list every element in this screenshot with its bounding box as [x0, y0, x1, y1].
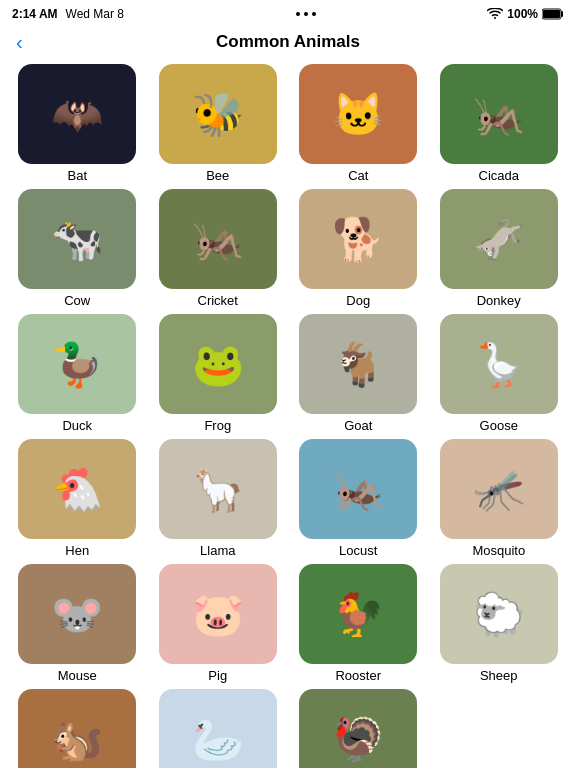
animal-cell-frog[interactable]: 🐸Frog: [151, 314, 286, 433]
animal-cell-bat[interactable]: 🦇Bat: [10, 64, 145, 183]
status-dots: [296, 12, 316, 16]
animal-label-bat: Bat: [67, 168, 87, 183]
animal-cell-rooster[interactable]: 🐓Rooster: [291, 564, 426, 683]
animal-image-dog: 🐕: [299, 189, 417, 289]
animal-cell-bee[interactable]: 🐝Bee: [151, 64, 286, 183]
animal-image-egret: 🦢: [159, 689, 277, 768]
animal-image-pig: 🐷: [159, 564, 277, 664]
animal-cell-cow[interactable]: 🐄Cow: [10, 189, 145, 308]
animal-label-hen: Hen: [65, 543, 89, 558]
animal-image-cat: 🐱: [299, 64, 417, 164]
animal-image-mosquito: 🦟: [440, 439, 558, 539]
animal-label-cicada: Cicada: [479, 168, 519, 183]
date: Wed Mar 8: [66, 7, 124, 21]
animal-image-squirrel: 🐿️: [18, 689, 136, 768]
animal-image-hen: 🐔: [18, 439, 136, 539]
animal-image-cicada: 🦗: [440, 64, 558, 164]
animal-cell-goose[interactable]: 🪿Goose: [432, 314, 567, 433]
page-title: Common Animals: [216, 32, 360, 52]
animal-cell-cricket[interactable]: 🦗Cricket: [151, 189, 286, 308]
animal-label-cat: Cat: [348, 168, 368, 183]
animal-label-sheep: Sheep: [480, 668, 518, 683]
animal-cell-mosquito[interactable]: 🦟Mosquito: [432, 439, 567, 558]
animal-label-cow: Cow: [64, 293, 90, 308]
animal-image-cricket: 🦗: [159, 189, 277, 289]
animals-grid: 🦇Bat🐝Bee🐱Cat🦗Cicada🐄Cow🦗Cricket🐕Dog🫏Donk…: [0, 60, 576, 768]
animal-label-cricket: Cricket: [198, 293, 238, 308]
animal-cell-egret[interactable]: 🦢Egret: [151, 689, 286, 768]
animal-label-pig: Pig: [208, 668, 227, 683]
animal-label-mosquito: Mosquito: [472, 543, 525, 558]
animal-cell-cat[interactable]: 🐱Cat: [291, 64, 426, 183]
animal-image-bat: 🦇: [18, 64, 136, 164]
animal-cell-pig[interactable]: 🐷Pig: [151, 564, 286, 683]
animal-cell-donkey[interactable]: 🫏Donkey: [432, 189, 567, 308]
animal-cell-cicada[interactable]: 🦗Cicada: [432, 64, 567, 183]
animal-label-duck: Duck: [62, 418, 92, 433]
time: 2:14 AM: [12, 7, 58, 21]
back-button[interactable]: ‹: [16, 31, 23, 54]
animal-cell-squirrel[interactable]: 🐿️Squirrel: [10, 689, 145, 768]
animal-cell-llama[interactable]: 🦙Llama: [151, 439, 286, 558]
animal-image-donkey: 🫏: [440, 189, 558, 289]
animal-image-rooster: 🐓: [299, 564, 417, 664]
animal-cell-locust[interactable]: 🦗Locust: [291, 439, 426, 558]
animal-label-llama: Llama: [200, 543, 235, 558]
animal-cell-hen[interactable]: 🐔Hen: [10, 439, 145, 558]
animal-label-locust: Locust: [339, 543, 377, 558]
svg-rect-1: [543, 10, 560, 18]
animal-image-goose: 🪿: [440, 314, 558, 414]
animal-cell-sheep[interactable]: 🐑Sheep: [432, 564, 567, 683]
animal-image-llama: 🦙: [159, 439, 277, 539]
animal-label-dog: Dog: [346, 293, 370, 308]
animal-label-rooster: Rooster: [335, 668, 381, 683]
animal-label-donkey: Donkey: [477, 293, 521, 308]
animal-image-frog: 🐸: [159, 314, 277, 414]
animal-cell-turkey[interactable]: 🦃Turkey: [291, 689, 426, 768]
animal-cell-dog[interactable]: 🐕Dog: [291, 189, 426, 308]
animal-label-frog: Frog: [204, 418, 231, 433]
animal-label-mouse: Mouse: [58, 668, 97, 683]
animal-label-goat: Goat: [344, 418, 372, 433]
animal-image-locust: 🦗: [299, 439, 417, 539]
animal-image-duck: 🦆: [18, 314, 136, 414]
status-bar: 2:14 AM Wed Mar 8 100%: [0, 0, 576, 28]
animal-label-bee: Bee: [206, 168, 229, 183]
animal-image-cow: 🐄: [18, 189, 136, 289]
animal-cell-mouse[interactable]: 🐭Mouse: [10, 564, 145, 683]
animal-cell-goat[interactable]: 🐐Goat: [291, 314, 426, 433]
animal-image-turkey: 🦃: [299, 689, 417, 768]
animal-cell-duck[interactable]: 🦆Duck: [10, 314, 145, 433]
animal-image-goat: 🐐: [299, 314, 417, 414]
wifi-icon: [487, 8, 503, 20]
battery: 100%: [507, 7, 538, 21]
status-left: 2:14 AM Wed Mar 8: [12, 7, 124, 21]
animal-image-mouse: 🐭: [18, 564, 136, 664]
nav-bar: ‹ Common Animals: [0, 28, 576, 60]
battery-icon: [542, 8, 564, 20]
animal-label-goose: Goose: [480, 418, 518, 433]
animal-image-sheep: 🐑: [440, 564, 558, 664]
status-right: 100%: [487, 7, 564, 21]
animal-image-bee: 🐝: [159, 64, 277, 164]
